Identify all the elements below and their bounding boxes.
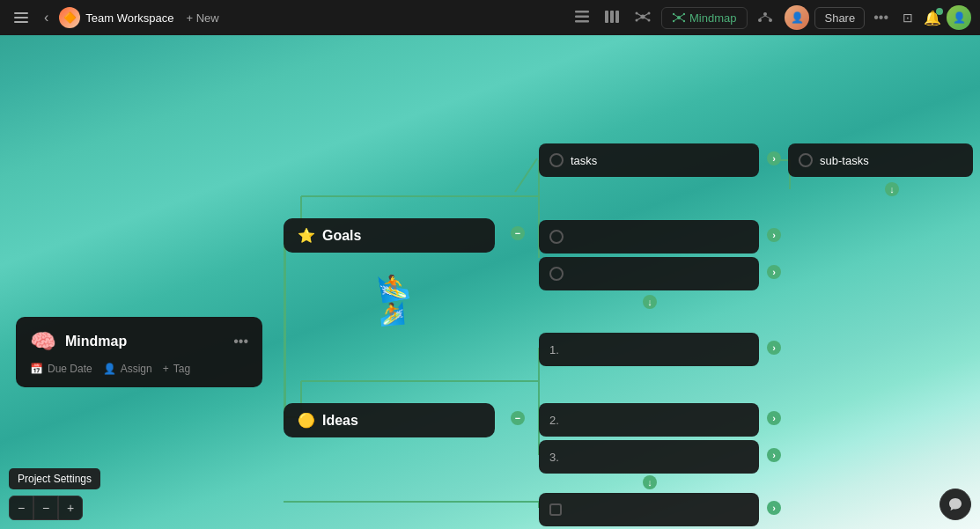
svg-rect-7	[610, 11, 614, 23]
zoom-minus2-button[interactable]: −	[33, 496, 58, 520]
ideas-item1-label: 1.	[549, 343, 559, 356]
connector-lines	[0, 35, 980, 529]
goals-child3-circle	[549, 267, 564, 281]
workspace-logo: 🔶	[59, 7, 80, 28]
card-more-button[interactable]: •••	[233, 334, 248, 349]
bottom-checkbox[interactable]	[549, 503, 562, 516]
board-view-button[interactable]	[600, 7, 624, 29]
ideas-node[interactable]: 🟡 Ideas	[284, 403, 495, 437]
svg-rect-2	[14, 21, 28, 23]
notification-dot	[936, 8, 943, 15]
goals-label: Goals	[322, 228, 361, 244]
card-icon: 🧠	[30, 329, 56, 354]
ideas-connector-minus[interactable]: −	[511, 411, 525, 425]
ideas-item3-node[interactable]: 3.	[539, 440, 759, 474]
zoom-minus-button[interactable]: −	[9, 496, 33, 520]
chat-button[interactable]	[939, 489, 971, 520]
zoom-controls: − − +	[9, 496, 83, 520]
goals-child3-connector[interactable]: ›	[767, 265, 781, 279]
svg-rect-6	[605, 11, 608, 23]
svg-line-23	[674, 14, 679, 18]
navbar-left: ‹ 🔶 Team Workspace + New	[9, 6, 563, 29]
menu-button[interactable]	[9, 9, 33, 26]
tasks-node[interactable]: tasks	[539, 143, 759, 177]
active-mindmap-button[interactable]: Mindmap	[661, 7, 748, 29]
mindmap-view-button[interactable]	[630, 7, 656, 29]
tag-label: Tag	[173, 363, 190, 375]
svg-line-30	[760, 16, 765, 18]
workspace-title: Team Workspace	[85, 11, 173, 25]
back-button[interactable]: ‹	[39, 6, 54, 29]
share-button[interactable]: Share	[814, 7, 865, 29]
notification-icon[interactable]: 🔔	[924, 10, 941, 26]
subtasks-down-connector[interactable]: ↓	[885, 182, 899, 196]
tag-action[interactable]: + Tag	[163, 363, 190, 375]
top-navbar: ‹ 🔶 Team Workspace + New	[0, 0, 980, 35]
ideas-item3-connector[interactable]: ›	[767, 448, 781, 462]
ideas-item3-label: 3.	[549, 451, 559, 464]
current-user-avatar-image: 👤	[947, 5, 971, 30]
svg-rect-3	[575, 11, 589, 13]
svg-point-29	[769, 18, 772, 22]
navbar-right: 👤 Share ••• ⊡ 🔔 👤	[785, 5, 971, 30]
goals-down-connector[interactable]: ↓	[643, 295, 657, 309]
ideas-item2-connector[interactable]: ›	[767, 411, 781, 425]
assign-icon: 👤	[103, 363, 116, 375]
tasks-connector[interactable]: ›	[767, 151, 781, 165]
svg-rect-5	[575, 20, 589, 23]
card-title: Mindmap	[65, 334, 225, 349]
mindmap-card: 🧠 Mindmap ••• 📅 Due Date 👤 Assign + Tag	[16, 317, 262, 387]
ideas-item2-node[interactable]: 2.	[539, 403, 759, 437]
due-date-label: Due Date	[48, 363, 92, 375]
svg-line-26	[679, 18, 684, 21]
svg-line-24	[674, 18, 679, 21]
surfer-decoration: 🏄	[379, 273, 396, 317]
svg-rect-8	[615, 11, 619, 23]
goals-node[interactable]: ⭐ Goals	[284, 218, 495, 253]
subtasks-circle	[799, 153, 813, 167]
bottom-check-connector[interactable]: ›	[767, 501, 781, 515]
svg-line-31	[765, 16, 770, 18]
mindmap-label: Mindmap	[689, 11, 736, 25]
project-settings-label: Project Settings	[18, 473, 92, 485]
svg-point-28	[758, 18, 762, 22]
network-view-button[interactable]	[753, 7, 777, 29]
window-button[interactable]: ⊡	[897, 7, 918, 28]
ideas-item1-node[interactable]: 1.	[539, 333, 759, 366]
svg-rect-4	[575, 15, 589, 18]
tasks-label: tasks	[571, 154, 597, 167]
ideas-item2-label: 2.	[549, 414, 559, 427]
assign-label: Assign	[121, 363, 152, 375]
assign-action[interactable]: 👤 Assign	[103, 363, 152, 375]
card-header: 🧠 Mindmap •••	[30, 329, 248, 354]
goals-child2-node[interactable]	[539, 220, 759, 253]
svg-line-25	[679, 14, 684, 18]
goals-child2-connector[interactable]: ›	[767, 228, 781, 242]
new-button[interactable]: + New	[180, 8, 226, 28]
ideas-label: Ideas	[322, 413, 358, 429]
goals-child2-circle	[549, 230, 564, 244]
tag-icon: +	[163, 363, 169, 375]
tasks-circle	[549, 153, 564, 167]
current-user-avatar[interactable]: 👤	[947, 5, 971, 30]
user-avatar[interactable]: 👤	[785, 5, 809, 30]
due-date-action[interactable]: 📅 Due Date	[30, 363, 92, 375]
due-date-icon: 📅	[30, 363, 43, 375]
zoom-plus-button[interactable]: +	[58, 496, 83, 520]
goals-connector-minus[interactable]: −	[511, 226, 525, 240]
svg-rect-0	[14, 12, 28, 14]
avatar-image: 👤	[785, 5, 809, 30]
svg-rect-1	[14, 17, 28, 18]
more-options-button[interactable]: •••	[870, 8, 892, 27]
subtasks-node[interactable]: sub-tasks	[788, 143, 973, 177]
ideas-item1-connector[interactable]: ›	[767, 341, 781, 355]
project-settings-tooltip: Project Settings	[9, 468, 100, 489]
ideas-down-connector[interactable]: ↓	[643, 475, 657, 489]
subtasks-label: sub-tasks	[820, 154, 869, 167]
card-actions: 📅 Due Date 👤 Assign + Tag	[30, 363, 248, 375]
svg-point-27	[763, 12, 767, 16]
navbar-center: Mindmap	[570, 7, 777, 29]
bottom-check-node[interactable]	[539, 493, 759, 526]
goals-child3-node[interactable]	[539, 257, 759, 290]
list-view-button[interactable]	[570, 7, 594, 29]
